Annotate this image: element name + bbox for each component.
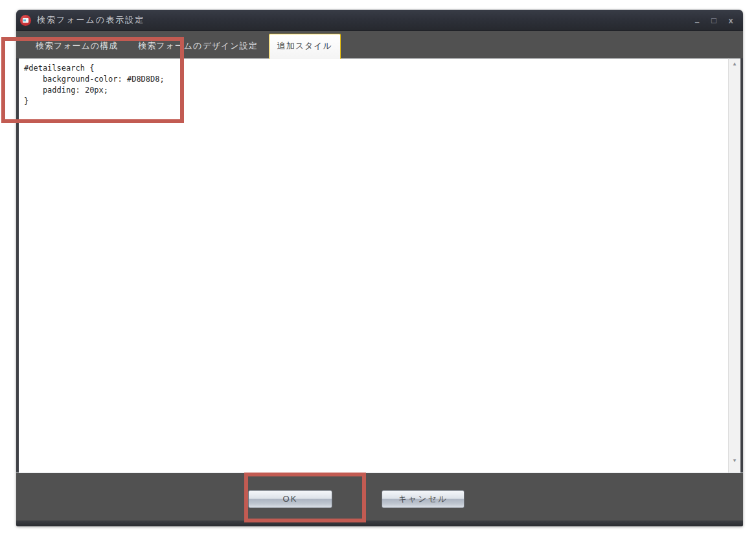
content-area: #detailsearch { background-color: #D8D8D… [16,58,743,473]
window-controls: – □ x [693,16,735,25]
cancel-button[interactable]: キャンセル [382,490,464,508]
footer-bar: OK キャンセル [16,473,743,526]
scroll-up-icon[interactable]: ▲ [732,62,737,67]
app-icon [20,15,31,26]
minimize-icon[interactable]: – [693,18,702,26]
tab-bar: 検索フォームの構成 検索フォームのデザイン設定 追加スタイル [16,31,743,58]
tab-additional-style[interactable]: 追加スタイル [269,34,341,59]
scroll-down-icon[interactable]: ▼ [732,458,737,463]
titlebar: 検索フォームの表示設定 – □ x [16,10,743,31]
vertical-scrollbar[interactable]: ▲ ▼ [728,58,740,473]
ok-button[interactable]: OK [248,490,332,508]
tab-search-form-structure[interactable]: 検索フォームの構成 [27,34,127,58]
close-icon[interactable]: x [726,16,735,25]
settings-dialog-window: 検索フォームの表示設定 – □ x 検索フォームの構成 検索フォームのデザイン設… [16,10,743,526]
window-bottom-edge [16,520,743,526]
tab-search-form-design-settings[interactable]: 検索フォームのデザイン設定 [129,34,266,58]
maximize-icon[interactable]: □ [709,16,718,25]
css-code-editor[interactable]: #detailsearch { background-color: #D8D8D… [19,58,728,473]
browser-window-glyph [23,18,29,23]
window-title: 検索フォームの表示設定 [37,14,144,26]
